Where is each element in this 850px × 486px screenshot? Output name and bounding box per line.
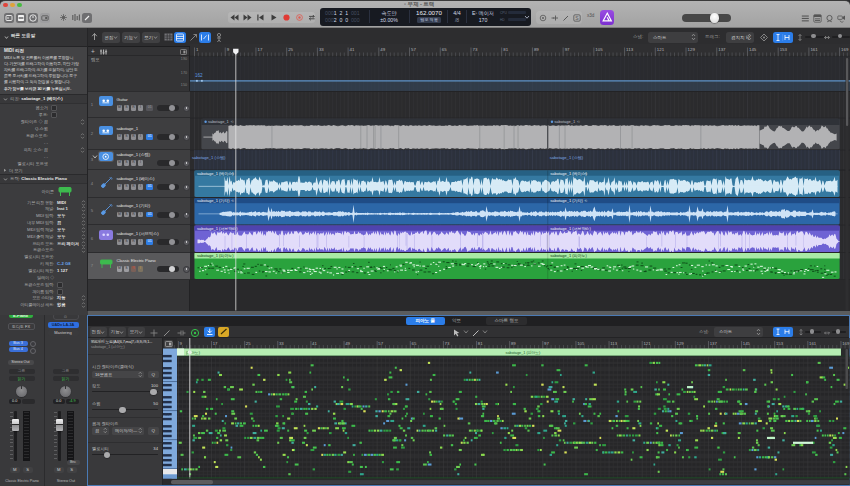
svg-text:121: 121: [643, 341, 651, 346]
svg-text:sabotage_1 (베이스): sabotage_1 (베이스): [197, 171, 234, 176]
svg-text:137: 137: [710, 341, 718, 346]
svg-text:105: 105: [595, 47, 603, 52]
svg-text:33: 33: [279, 341, 284, 346]
svg-text:121: 121: [657, 47, 665, 52]
svg-text:17: 17: [257, 47, 262, 52]
svg-text:⟲: ⟲: [577, 120, 580, 124]
svg-text:97: 97: [544, 341, 549, 346]
svg-text:⟲: ⟲: [584, 199, 587, 203]
svg-text:169: 169: [841, 47, 849, 52]
svg-text:C1: C1: [165, 413, 169, 417]
svg-text:⟲: ⟲: [231, 227, 234, 231]
svg-text:⟲: ⟲: [231, 172, 234, 176]
svg-text:65: 65: [412, 341, 417, 346]
svg-text:73: 73: [445, 341, 450, 346]
svg-text:73: 73: [472, 47, 477, 52]
svg-text:49: 49: [345, 341, 350, 346]
svg-text:169: 169: [842, 341, 849, 346]
svg-text:105: 105: [577, 341, 585, 346]
svg-text:sabotage_1 (스템): sabotage_1 (스템): [192, 155, 226, 160]
svg-text:129: 129: [688, 47, 696, 52]
svg-text:81: 81: [503, 47, 508, 52]
svg-text:41: 41: [350, 47, 355, 52]
svg-text:25: 25: [246, 341, 251, 346]
svg-text:sabotage_1: sabotage_1: [208, 119, 230, 124]
svg-text:sabotage_1 (피아노): sabotage_1 (피아노): [506, 350, 542, 355]
svg-text:17: 17: [213, 341, 218, 346]
svg-text:⟲: ⟲: [230, 120, 233, 124]
svg-text:113: 113: [626, 47, 634, 52]
svg-text:145: 145: [743, 341, 751, 346]
svg-text:sabotage_1 (기타): sabotage_1 (기타): [550, 198, 583, 203]
svg-text:57: 57: [411, 47, 416, 52]
svg-text:65: 65: [442, 47, 447, 52]
svg-text:sabotage_1 (피아노): sabotage_1 (피아노): [550, 253, 587, 258]
svg-text:⟲: ⟲: [231, 199, 234, 203]
svg-text:153: 153: [776, 341, 784, 346]
svg-text:129: 129: [677, 341, 685, 346]
svg-text:89: 89: [511, 341, 516, 346]
svg-text:145: 145: [749, 47, 757, 52]
svg-text:81: 81: [478, 341, 483, 346]
svg-text:33: 33: [319, 47, 324, 52]
svg-text:sabotage_1: sabotage_1: [554, 119, 576, 124]
svg-text:⟲: ⟲: [584, 172, 587, 176]
svg-text:113: 113: [610, 341, 617, 346]
svg-text:153: 153: [780, 47, 788, 52]
svg-text:97: 97: [565, 47, 570, 52]
svg-text:⟲: ⟲: [584, 227, 587, 231]
svg-text:161: 161: [810, 47, 818, 52]
svg-text:sabotage_1 (피아노): sabotage_1 (피아노): [197, 253, 234, 258]
svg-text:161: 161: [809, 341, 817, 346]
svg-text:sabotage_1 (스템): sabotage_1 (스템): [550, 155, 584, 160]
svg-text:sabotage_1 (기타): sabotage_1 (기타): [197, 198, 230, 203]
svg-text:S: S: [575, 15, 579, 21]
svg-text:89: 89: [534, 47, 539, 52]
svg-text:41: 41: [312, 341, 317, 346]
svg-text:137: 137: [718, 47, 726, 52]
svg-text:49: 49: [380, 47, 385, 52]
svg-text:57: 57: [378, 341, 383, 346]
svg-text:25: 25: [288, 47, 293, 52]
svg-text:sabotage_1 (베이스): sabotage_1 (베이스): [550, 171, 587, 176]
svg-text:162: 162: [195, 73, 203, 78]
